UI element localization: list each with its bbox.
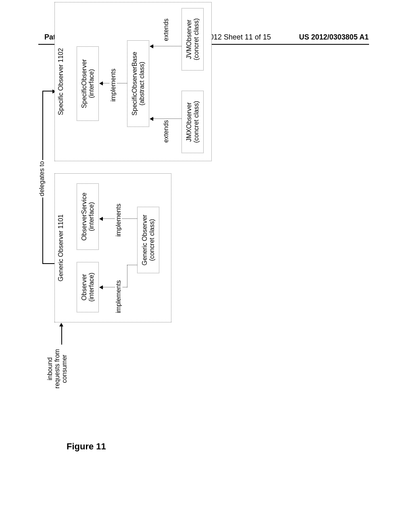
figure-caption: Figure 11: [67, 441, 106, 452]
arrow-observerservice-head: [99, 217, 103, 221]
arrow-jmx-head: [150, 117, 153, 121]
jmx-observer-box: JMXObserver (concret class): [181, 91, 204, 153]
diagram: inbound requests from consumer Generic O…: [40, 62, 383, 345]
extends-label-2: extends: [163, 17, 170, 42]
arrow-jvm-head: [150, 44, 153, 48]
generic-observer-sub: (concret class): [148, 219, 156, 261]
specific-observer-base-title: SpecificObserverBase: [131, 52, 138, 115]
specific-observer-interface-box: SpecificObserver (interface): [77, 46, 99, 121]
observer-title: Observer: [81, 274, 88, 301]
implements-label-2: implements: [115, 202, 122, 238]
arrow-specif-head: [99, 81, 103, 85]
implements-label-1: implements: [115, 279, 122, 314]
specific-observer-if-sub: (interface): [88, 69, 95, 98]
arrow-observer-to-generic-h: [127, 265, 127, 287]
jmx-observer-sub: (concret class): [193, 101, 200, 143]
specific-group-title: Specific Observer 1102: [57, 48, 65, 115]
observer-service-title: ObserverService: [81, 193, 88, 241]
implements-label-3: implements: [110, 67, 117, 103]
inbound-arrow-head: [59, 323, 63, 326]
generic-observer-title: Generic Observer: [141, 214, 148, 265]
specific-observer-base-sub: (abstract class): [138, 62, 146, 105]
jmx-observer-title: JMXObserver: [186, 102, 193, 142]
specific-observer-if-title: SpecificObserver: [81, 59, 88, 108]
inbound-arrow-line: [61, 326, 62, 345]
jvm-observer-box: JVMObserver (concret class): [181, 8, 204, 71]
jvm-observer-sub: (concret class): [193, 18, 200, 60]
specific-observer-base-box: SpecificObserverBase (abstract class): [127, 40, 149, 127]
delegates-line-up: [42, 263, 54, 264]
extends-label-1: extends: [163, 119, 170, 144]
inbound-label: inbound requests from consumer: [46, 347, 68, 391]
generic-observer-class-box: Generic Observer (concret class): [137, 207, 159, 273]
observer-sub: (interface): [88, 272, 95, 301]
jvm-observer-title: JVMObserver: [186, 20, 193, 59]
delegates-label: delegates to: [38, 160, 46, 197]
arrow-observer-to-generic-v2: [127, 265, 137, 265]
generic-group-title: Generic Observer 1101: [57, 214, 65, 281]
observer-service-interface-box: ObserverService (interface): [77, 183, 99, 250]
observer-interface-box: Observer (interface): [77, 262, 99, 312]
observer-service-sub: (interface): [88, 202, 95, 231]
arrow-jvm-extends: [153, 46, 181, 46]
header-right: US 2012/0303805 A1: [299, 33, 369, 42]
arrow-observer-head: [99, 285, 103, 289]
